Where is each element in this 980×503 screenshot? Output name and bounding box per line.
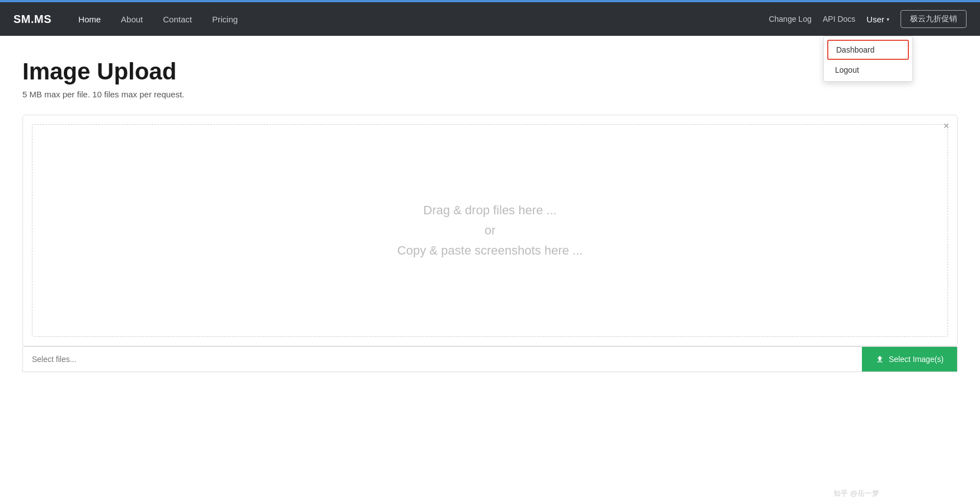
promo-button[interactable]: 极云九折促销 xyxy=(901,10,967,28)
brand-logo[interactable]: SM.MS xyxy=(13,13,51,26)
upload-dropzone[interactable]: Drag & drop files here ... or Copy & pas… xyxy=(32,124,948,337)
nav-item-pricing[interactable]: Pricing xyxy=(203,10,247,29)
select-images-label: Select Image(s) xyxy=(889,355,944,364)
user-dropdown-menu: Dashboard Logout xyxy=(823,36,913,82)
user-dropdown[interactable]: User ▾ xyxy=(866,15,889,24)
api-docs-link[interactable]: API Docs xyxy=(823,15,855,23)
upload-container: × Drag & drop files here ... or Copy & p… xyxy=(22,115,958,346)
page-title: Image Upload xyxy=(22,58,958,85)
upload-footer-bar: 知乎 @岳一梦 Select Image(s) xyxy=(22,346,958,372)
changelog-link[interactable]: Change Log xyxy=(769,15,812,23)
logout-link[interactable]: Logout xyxy=(824,63,912,81)
nav-item-home[interactable]: Home xyxy=(69,10,110,29)
upload-close-button[interactable]: × xyxy=(943,121,949,131)
dashboard-link[interactable]: Dashboard xyxy=(827,40,909,60)
select-files-input[interactable] xyxy=(23,347,862,372)
page-subtitle: 5 MB max per file. 10 files max per requ… xyxy=(22,90,958,99)
navbar-right: Change Log API Docs User ▾ 极云九折促销 xyxy=(769,10,967,28)
select-images-button[interactable]: Select Image(s) xyxy=(862,347,957,372)
dropzone-line1: Drag & drop files here ... xyxy=(423,203,556,218)
dropzone-line3: Copy & paste screenshots here ... xyxy=(397,243,583,258)
navbar: SM.MS Home About Contact Pricing Change … xyxy=(0,2,980,36)
nav-item-contact[interactable]: Contact xyxy=(154,10,201,29)
nav-links: Home About Contact Pricing xyxy=(69,10,769,29)
user-label: User xyxy=(866,15,884,24)
main-content: Image Upload 5 MB max per file. 10 files… xyxy=(0,36,980,372)
nav-item-about[interactable]: About xyxy=(112,10,152,29)
dropzone-line2: or xyxy=(485,223,496,238)
chevron-down-icon: ▾ xyxy=(887,16,889,22)
upload-icon xyxy=(875,355,884,364)
